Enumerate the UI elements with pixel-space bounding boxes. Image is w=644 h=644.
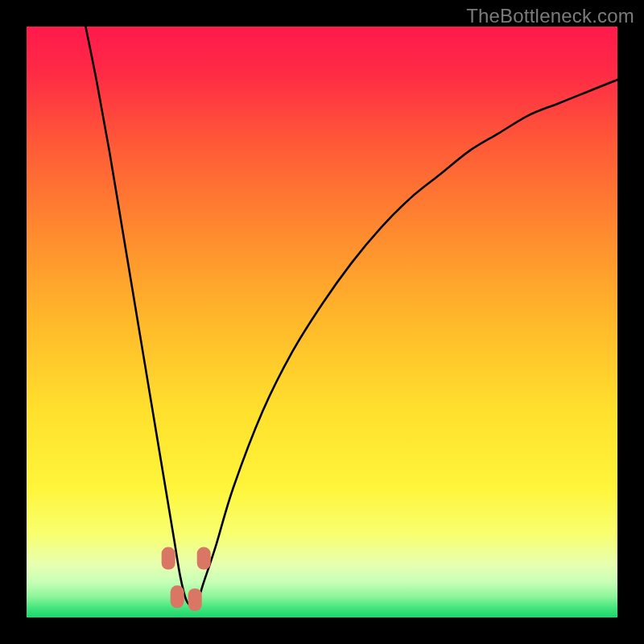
chart-frame: TheBottleneck.com	[0, 0, 644, 644]
watermark-text: TheBottleneck.com	[466, 5, 634, 27]
background-gradient	[27, 27, 617, 617]
svg-rect-0	[27, 27, 617, 617]
plot-area	[27, 27, 617, 617]
